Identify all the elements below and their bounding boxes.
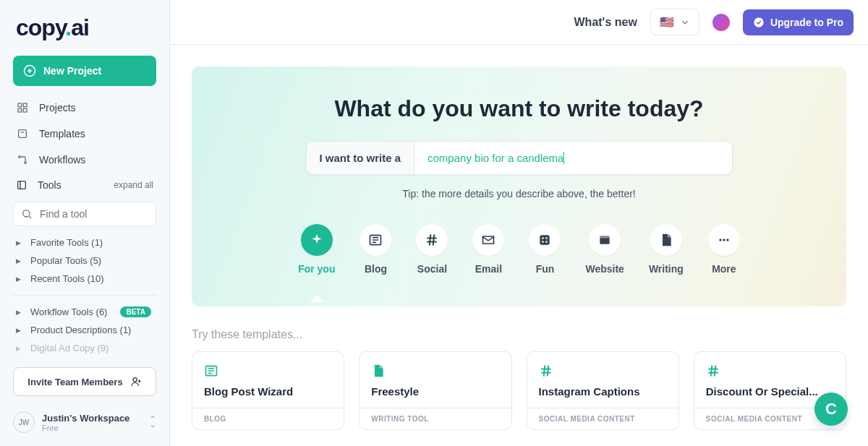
svg-rect-1 [18,103,22,107]
category-more[interactable]: More [708,224,740,275]
search-icon [21,208,33,220]
category-social[interactable]: Social [416,224,448,275]
user-plus-icon [130,376,142,387]
svg-point-17 [546,241,548,243]
blog-icon [204,364,332,378]
category-label: For you [298,263,335,275]
card-category: SOCIAL MEDIA CONTENT [527,408,678,429]
sidebar-item-tools[interactable]: Tools expand all [9,173,161,197]
chat-fab[interactable]: C [814,393,848,426]
category-label: Writing [649,263,684,275]
card-title: Blog Post Wizard [204,385,332,398]
tree-item[interactable]: ▶Product Descriptions (1) [13,321,156,339]
tools-label: Tools [38,179,61,191]
workspace-switcher[interactable]: JW Justin's Workspace Free ⌃⌄ [9,411,161,433]
sidebar-item-workflows[interactable]: Workflows [9,147,161,173]
workspace-plan: Free [42,424,142,432]
svg-rect-4 [23,108,27,112]
search-input[interactable] [40,208,166,220]
updown-icon: ⌃⌄ [149,417,156,427]
plus-circle-icon [23,64,36,77]
invite-team-button[interactable]: Invite Team Members [13,367,156,396]
prompt-typing[interactable]: company bio for a candlema [414,142,731,174]
sparkle-icon [301,224,333,256]
tools-icon [16,179,27,191]
whats-new-link[interactable]: What's new [574,16,637,29]
invite-label: Invite Team Members [27,377,122,387]
caret-icon: ▶ [16,327,22,334]
caret-icon: ▶ [16,257,22,265]
svg-point-15 [546,237,548,239]
svg-rect-5 [19,130,27,138]
card-title: Discount Or Special... [706,385,834,398]
category-row: For youBlogSocialEmailFunWebsiteWritingM… [213,224,825,275]
content: What do you want to write today? I want … [170,45,868,446]
svg-point-7 [25,162,27,164]
svg-point-22 [726,239,728,241]
workspace-avatar: JW [13,411,35,433]
sidebar-item-projects[interactable]: Projects [9,95,161,121]
template-card[interactable]: FreestyleWRITING TOOL [359,351,511,430]
svg-rect-3 [18,108,22,112]
tree-item[interactable]: ▶Recent Tools (10) [13,270,156,288]
prompt-prefix: I want to write a [307,142,415,174]
svg-rect-8 [18,181,26,189]
upgrade-button[interactable]: Upgrade to Pro [743,9,854,35]
window-icon [589,224,621,256]
grid-icon [16,101,29,114]
category-writing[interactable]: Writing [649,224,684,275]
template-card[interactable]: Instagram CaptionsSOCIAL MEDIA CONTENT [527,351,679,430]
tree-item[interactable]: ▶Popular Tools (5) [13,252,156,270]
category-label: Email [475,263,502,275]
tree-item[interactable]: ▶Digital Ad Copy (9) [13,339,156,357]
new-project-button[interactable]: New Project [13,56,156,86]
tree-item[interactable]: ▶Favorite Tools (1) [13,233,156,252]
category-blog[interactable]: Blog [359,224,391,275]
logo[interactable]: copy.ai [9,14,161,56]
mail-icon [472,224,504,256]
sidebar-item-label: Projects [39,102,76,113]
tree-label: Favorite Tools (1) [30,237,103,248]
svg-rect-2 [23,103,27,107]
category-label: More [712,263,736,275]
category-for-you[interactable]: For you [298,224,335,275]
blog-icon [359,224,391,256]
doc-icon [650,224,682,256]
category-fun[interactable]: Fun [529,224,561,275]
workflow-icon [16,153,29,166]
expand-all-link[interactable]: expand all [114,180,153,190]
svg-point-10 [133,378,137,382]
new-project-label: New Project [43,65,101,77]
user-avatar[interactable] [712,14,730,31]
card-title: Freestyle [371,385,499,398]
workspace-name: Justin's Workspace [42,413,142,424]
hash-icon [539,364,667,378]
topbar: What's new 🇺🇸 Upgrade to Pro [170,0,868,45]
sidebar-item-label: Workflows [39,154,85,166]
svg-point-11 [754,17,763,27]
caret-icon: ▶ [16,275,22,283]
prompt-input[interactable]: I want to write a company bio for a cand… [306,141,733,175]
svg-point-6 [19,156,21,158]
svg-point-14 [542,237,545,239]
template-cards: Blog Post WizardBLOGFreestyleWRITING TOO… [170,351,868,430]
tree-item[interactable]: ▶Workflow Tools (6)BETA [13,303,156,321]
caret-icon: ▶ [16,345,22,352]
template-card[interactable]: Blog Post WizardBLOG [192,351,344,430]
sidebar: copy.ai New Project Projects Templates W… [0,0,170,446]
template-icon [16,127,29,140]
search-input-wrap[interactable] [13,202,156,226]
tree-label: Workflow Tools (6) [30,306,107,317]
templates-header: Try these templates... [192,328,846,341]
card-title: Instagram Captions [539,385,667,398]
divider [13,295,156,296]
chevron-down-icon [680,17,690,27]
category-email[interactable]: Email [472,224,504,275]
sidebar-item-templates[interactable]: Templates [9,121,161,147]
main: What's new 🇺🇸 Upgrade to Pro What do you… [170,0,868,446]
category-website[interactable]: Website [585,224,624,275]
category-label: Social [417,263,447,275]
hero: What do you want to write today? I want … [192,67,846,306]
category-label: Blog [365,263,387,275]
language-selector[interactable]: 🇺🇸 [650,9,699,35]
